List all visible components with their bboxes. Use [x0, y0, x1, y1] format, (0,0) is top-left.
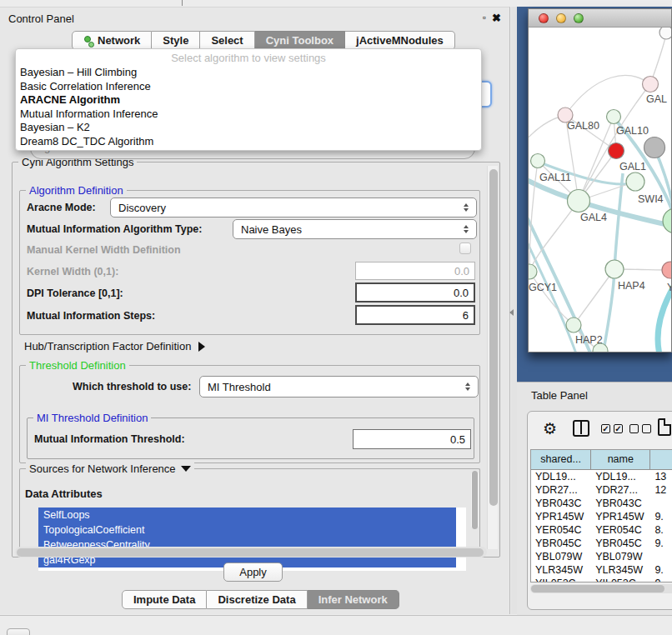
network-node-swi4[interactable] [663, 208, 671, 233]
table-row[interactable]: YBR043CYBR043C [531, 497, 672, 510]
network-node-gal10[interactable] [607, 110, 621, 124]
scrollbar-thumb[interactable] [472, 471, 478, 529]
network-canvas[interactable]: GALGAL80GAL10GAL1GAL11SWI4GAL4GCY1HAP4YH… [529, 28, 671, 352]
mac-close-icon[interactable] [539, 13, 549, 23]
table-row[interactable]: YDR27...YDR27...12 [531, 483, 672, 497]
dpi-tolerance-field[interactable]: 0.0 [355, 282, 475, 302]
tab-label: jActiveMNodules [356, 34, 444, 47]
control-panel-window: Control Panel ▫ ✖ NetworkStyleSelectCyni… [0, 7, 510, 614]
attribute-item[interactable]: SelfLoops [38, 508, 456, 522]
node-label: GAL80 [567, 120, 599, 132]
new-table-icon[interactable] [658, 418, 671, 436]
node-label: Y [667, 282, 671, 293]
table-row[interactable]: YBL079WYBL079W [531, 550, 672, 563]
tab-impute-data[interactable]: Impute Data [122, 590, 207, 609]
tab-infer-network[interactable]: Infer Network [308, 590, 399, 609]
mi-type-combo[interactable]: Naive Bayes [233, 219, 477, 239]
network-window-titlebar[interactable] [529, 9, 671, 28]
network-node-hap4[interactable] [605, 260, 624, 278]
settings-vertical-scrollbar[interactable] [487, 166, 498, 549]
stepper-icon [464, 203, 469, 212]
table-cell: YDR27... [531, 483, 591, 497]
select-all-icon[interactable]: ✓✓ [601, 424, 623, 433]
table-row[interactable]: YLR345WYLR345W9. [531, 563, 672, 577]
sources-group: Sources for Network Inference Data Attri… [19, 468, 480, 555]
table-cell: 8. [650, 523, 672, 537]
mac-zoom-icon[interactable] [574, 13, 584, 23]
table-row[interactable]: YIL052CYIL052C9 [531, 577, 672, 582]
kernel-width-field[interactable]: 0.0 [355, 262, 475, 280]
column-header[interactable] [650, 450, 672, 470]
algorithm-option[interactable]: Mutual Information Inference [16, 108, 481, 122]
scrollbar-thumb[interactable] [489, 169, 498, 506]
table-cell: 9. [650, 563, 672, 577]
table-row[interactable]: YPR145WYPR145W9. [531, 510, 672, 523]
tab-select[interactable]: Select [200, 31, 254, 50]
table-cell [650, 550, 672, 563]
network-node-gcy1[interactable] [529, 264, 537, 279]
tab-network[interactable]: Network [72, 31, 152, 50]
attributes-scrollbar[interactable] [471, 471, 479, 529]
manual-kernel-checkbox[interactable] [459, 242, 471, 254]
hub-definition-label: Hub/Transcription Factor Definition [24, 340, 191, 352]
algorithm-option[interactable]: Basic Correlation Inference [16, 80, 481, 94]
table-cell: YER054C [531, 523, 591, 537]
tab-label: Impute Data [133, 593, 195, 606]
stepper-icon [464, 225, 469, 233]
tab-style[interactable]: Style [152, 31, 200, 50]
mi-steps-field[interactable]: 6 [355, 305, 475, 325]
algorithm-option[interactable]: Bayesian – K2 [16, 121, 481, 135]
table-cell: 9. [650, 510, 672, 523]
node-label: HAP4 [618, 280, 645, 292]
network-node-gal4[interactable] [568, 190, 590, 212]
network-node[interactable] [659, 28, 671, 39]
table-row[interactable]: YDL19...YDL19...13 [531, 470, 672, 483]
network-node-gal11[interactable] [531, 154, 545, 168]
column-header[interactable]: shared... [531, 450, 591, 470]
network-node-gal1[interactable] [626, 172, 644, 191]
aracne-mode-combo[interactable]: Discovery [110, 198, 477, 218]
algorithm-option[interactable]: ARACNE Algorithm [16, 93, 481, 108]
tab-discretize-data[interactable]: Discretize Data [207, 590, 307, 609]
bottom-left-button[interactable] [7, 628, 30, 635]
mac-minimize-icon[interactable] [556, 13, 566, 23]
which-threshold-combo[interactable]: MI Threshold [199, 376, 479, 398]
sources-legend[interactable]: Sources for Network Inference [26, 462, 194, 475]
network-node-y[interactable] [662, 262, 671, 278]
settings-horizontal-scrollbar[interactable] [15, 547, 487, 558]
network-node[interactable] [644, 138, 665, 158]
columns-icon[interactable] [573, 420, 589, 437]
network-node-hap2[interactable] [566, 318, 581, 332]
top-strip [0, 0, 672, 7]
scrollbar-thumb[interactable] [531, 585, 664, 592]
table-row[interactable]: YER054CYER054C8. [531, 523, 672, 537]
algorithm-dropdown-placeholder: Select algorithm to view settings [16, 49, 481, 66]
apply-button[interactable]: Apply [223, 562, 283, 582]
network-view-window: GALGAL80GAL10GAL1GAL11SWI4GAL4GCY1HAP4YH… [528, 8, 672, 352]
table-row[interactable]: YBR045CYBR045C9. [531, 537, 672, 550]
mi-threshold-field[interactable]: 0.5 [353, 429, 471, 449]
algorithm-option[interactable]: Bayesian – Hill Climbing [16, 66, 481, 80]
table-horizontal-scrollbar[interactable] [530, 584, 672, 593]
table-cell: 13 [650, 470, 672, 483]
deselect-all-icon[interactable] [629, 424, 651, 433]
algorithm-option[interactable]: Dream8 DC_TDC Algorithm [16, 135, 481, 149]
tab-jactivemnodules[interactable]: jActiveMNodules [345, 31, 455, 50]
node-label: GAL1 [619, 161, 646, 172]
mi-threshold-label: Mutual Information Threshold: [34, 433, 185, 445]
attribute-item[interactable]: TopologicalCoefficient [38, 522, 456, 538]
table-cell: YBR043C [591, 497, 650, 510]
hub-definition-expander[interactable]: Hub/Transcription Factor Definition [24, 340, 205, 352]
tab-label: Infer Network [318, 593, 388, 606]
float-window-icon[interactable]: ▫ [483, 12, 486, 23]
network-node[interactable] [609, 143, 624, 159]
gear-icon[interactable]: ⚙ [543, 419, 557, 438]
network-node-gal[interactable] [643, 77, 659, 92]
collapse-panel-icon[interactable] [509, 309, 514, 316]
scrollbar-thumb[interactable] [17, 548, 484, 557]
algorithm-definition-group: Algorithm Definition Aracne Mode: Discov… [19, 190, 480, 335]
column-header[interactable]: name [591, 450, 650, 470]
tab-cyni-toolbox[interactable]: Cyni Toolbox [255, 31, 345, 50]
table-cell: YBL079W [531, 550, 591, 563]
close-icon[interactable]: ✖ [492, 12, 501, 24]
